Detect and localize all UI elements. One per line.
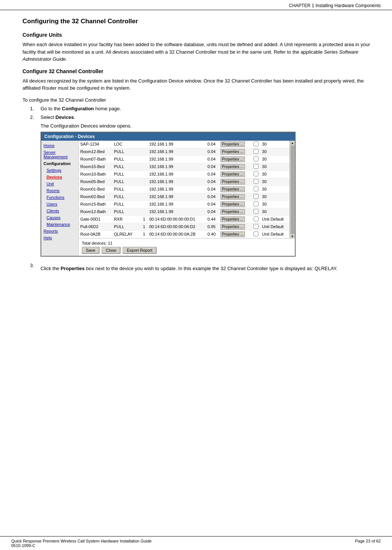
device-name: Room05-Bed	[79, 178, 113, 185]
device-checkbox[interactable]	[254, 186, 258, 191]
sidebar-item-server[interactable]: Server Management	[41, 149, 78, 160]
sidebar-item-rooms[interactable]: Rooms	[41, 187, 78, 194]
device-ip: 192.168.1.99	[148, 170, 206, 178]
total-devices-label: Total devices: 11	[82, 241, 292, 245]
export-report-button[interactable]: Export Report	[123, 247, 156, 254]
device-type: QLRELAY	[113, 230, 141, 238]
properties-button[interactable]: Properties ...	[221, 186, 245, 192]
properties-button[interactable]: Properties ...	[221, 201, 245, 207]
device-checkbox[interactable]	[254, 231, 258, 236]
sidebar-item-devices[interactable]: Devices	[41, 174, 78, 180]
sidebar-link-help[interactable]: Help	[44, 236, 52, 240]
device-value: 0.04	[206, 185, 219, 193]
device-props-cell: Properties ...	[219, 185, 251, 193]
properties-button[interactable]: Properties ...	[221, 141, 245, 147]
scroll-down-arrow[interactable]: ▼	[291, 235, 294, 238]
properties-button[interactable]: Properties ...	[221, 209, 245, 215]
sidebar-link-unit[interactable]: Unit	[47, 182, 54, 186]
properties-button[interactable]: Properties ...	[221, 156, 245, 162]
device-checkbox[interactable]	[254, 216, 258, 221]
sidebar-item-help[interactable]: Help	[41, 234, 78, 241]
sidebar-item-causes[interactable]: Causes	[41, 214, 78, 221]
chapter-title: CHAPTER 1 Installing Hardware Components	[289, 3, 381, 8]
device-name: Gate-00D1	[79, 215, 113, 223]
properties-button[interactable]: Properties ...	[221, 231, 245, 237]
page-footer: Quick Response Premiere Wireless Call Sy…	[0, 536, 392, 550]
properties-button[interactable]: Properties ...	[221, 164, 245, 170]
device-type: PULL	[113, 178, 141, 185]
device-ip: 192.168.1.99	[148, 200, 206, 208]
properties-button[interactable]: Properties ...	[221, 224, 245, 230]
table-container: SAP-1234 LOC 192.168.1.99 0.04 Propertie…	[79, 141, 290, 238]
table-row: Rout-0A2B QLRELAY 1 00:14:6D:00:00:00:0A…	[79, 230, 290, 238]
device-checkbox-cell	[251, 185, 261, 193]
sidebar-link-clients[interactable]: Clients	[47, 209, 59, 213]
scrollbar[interactable]: ▲ ▼	[290, 141, 295, 238]
device-checkbox[interactable]	[254, 149, 258, 154]
sidebar-item-reports[interactable]: Reports	[41, 228, 78, 234]
device-checkbox[interactable]	[254, 209, 258, 214]
properties-button[interactable]: Properties ...	[221, 194, 245, 200]
device-channel	[141, 155, 148, 163]
properties-button[interactable]: Properties ...	[221, 171, 245, 177]
sidebar-item-unit[interactable]: Unit	[41, 180, 78, 187]
sidebar-item-users[interactable]: Users	[41, 201, 78, 207]
sidebar-link-home[interactable]: Home	[44, 143, 54, 148]
device-type: RXR	[113, 238, 141, 238]
sidebar-item-settings[interactable]: Settings	[41, 167, 78, 174]
sidebar-item-home[interactable]: Home	[41, 142, 78, 149]
save-button[interactable]: Save	[82, 247, 99, 254]
sidebar-link-rooms[interactable]: Rooms	[47, 188, 60, 193]
sidebar-link-functions[interactable]: Functions	[47, 195, 65, 200]
properties-button[interactable]: Properties ...	[221, 179, 245, 185]
device-checkbox[interactable]	[254, 194, 258, 199]
sidebar-link-reports[interactable]: Reports	[44, 229, 58, 233]
device-checkbox[interactable]	[254, 171, 258, 176]
sidebar-link-maintenance[interactable]: Maintenance	[47, 222, 70, 227]
device-checkbox[interactable]	[254, 141, 258, 146]
device-checkbox[interactable]	[254, 156, 258, 161]
device-name: SAP-1234	[79, 141, 113, 148]
properties-button[interactable]: Properties ...	[221, 149, 245, 155]
page-title: Configuring the 32 Channel Controller	[23, 18, 377, 25]
sidebar-link-devices[interactable]: Devices	[47, 175, 62, 179]
device-checkbox-cell	[251, 200, 261, 208]
scroll-up-arrow[interactable]: ▲	[291, 141, 294, 145]
close-button[interactable]: Close	[102, 247, 120, 254]
properties-button[interactable]: Properties ...	[221, 216, 245, 222]
sidebar-link-server[interactable]: Server Management	[44, 150, 68, 159]
device-name: 2 rxr 0	[79, 238, 113, 238]
device-checkbox[interactable]	[254, 179, 258, 184]
device-checkbox[interactable]	[254, 201, 258, 206]
step3-text-after: box next to the device you wish to updat…	[85, 266, 338, 271]
table-row: Room05-Bed PULL 192.168.1.99 0.04 Proper…	[79, 178, 290, 185]
device-ip: 0	[148, 238, 206, 238]
table-row: Room02-Bed PULL 192.168.1.99 0.04 Proper…	[79, 193, 290, 200]
sidebar-item-functions[interactable]: Functions	[41, 194, 78, 201]
sidebar-link-settings[interactable]: Settings	[47, 168, 62, 173]
config-window-title: Configuration - Devices	[41, 132, 295, 141]
device-extra: 30	[261, 163, 290, 170]
device-value: 0.04	[206, 170, 219, 178]
device-checkbox[interactable]	[254, 224, 258, 229]
device-extra: 30	[261, 185, 290, 193]
device-name: Room15-Bed	[79, 163, 113, 170]
device-type: PULL	[113, 163, 141, 170]
device-type: LOC	[113, 141, 141, 148]
device-channel	[141, 208, 148, 215]
sidebar-item-clients[interactable]: Clients	[41, 207, 78, 214]
device-channel: 2	[141, 238, 148, 238]
sidebar-item-maintenance[interactable]: Maintenance	[41, 221, 78, 228]
device-props-cell: Properties ...	[219, 163, 251, 170]
sidebar-link-users[interactable]: Users	[47, 202, 57, 206]
device-name: Room15-Bath	[79, 200, 113, 208]
device-ip: 192.168.1.99	[148, 208, 206, 215]
device-props-cell: Properties ...	[219, 200, 251, 208]
device-checkbox[interactable]	[254, 164, 258, 169]
procedure-intro: To configure the 32 Channel Controller	[23, 97, 377, 103]
device-channel	[141, 170, 148, 178]
sidebar-link-causes[interactable]: Causes	[47, 215, 60, 220]
table-row: SAP-1234 LOC 192.168.1.99 0.04 Propertie…	[79, 141, 290, 148]
scroll-thumb[interactable]	[291, 146, 294, 234]
device-name: Room01-Bed	[79, 185, 113, 193]
